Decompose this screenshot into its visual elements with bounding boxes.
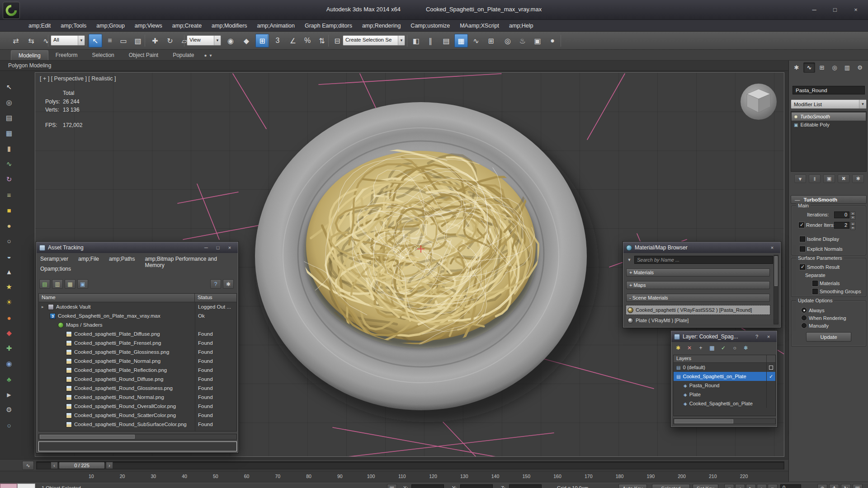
pyramid-icon[interactable]: ▲ — [2, 265, 16, 278]
ribbon-toggle-icon[interactable]: ▦ — [454, 34, 468, 47]
render-iters-spinner[interactable]: 2 — [834, 222, 849, 229]
asset-menu-opamp-tions[interactable]: Opamp;tions — [40, 266, 71, 272]
layer-hscroll-thumb[interactable] — [675, 419, 733, 423]
menu-amp-modifiers[interactable]: amp;Modifiers — [207, 20, 252, 32]
group-materials[interactable]: + Materials — [626, 268, 770, 277]
layer-row[interactable]: ◈Pasta_Round — [674, 381, 775, 390]
when-rendering-radio[interactable] — [802, 315, 807, 320]
set-key-button[interactable]: Set Key — [693, 484, 718, 488]
asset-menu-amp-file[interactable]: amp;File — [78, 256, 99, 268]
asset-table-view-icon[interactable]: ▤ — [39, 279, 50, 289]
keyboard-override-icon[interactable]: ⊞ — [255, 34, 269, 47]
cylinder-icon[interactable]: ▮ — [2, 142, 16, 155]
always-radio[interactable] — [802, 308, 807, 313]
group-maps[interactable]: + Maps — [626, 281, 770, 289]
layer-help-button[interactable]: ? — [751, 333, 762, 341]
paint-select-icon[interactable]: ◎ — [2, 96, 16, 109]
layer-row[interactable]: ▤0 (default) — [674, 363, 775, 372]
notes-icon[interactable]: ▤ — [2, 111, 16, 125]
percent-snap-icon[interactable]: % — [301, 34, 314, 47]
asset-row[interactable]: Cooked_spaghetti_Plate_Normal.pngFound — [39, 357, 236, 366]
gem-icon[interactable]: ◆ — [2, 326, 16, 340]
material-item[interactable]: Cooked_spaghetti ( VRayFastSSS2 ) [Pasta… — [626, 305, 770, 314]
configure-modifier-sets-icon[interactable]: ✱ — [852, 174, 864, 183]
update-button[interactable]: Update — [806, 332, 851, 342]
selection-filter-dropdown[interactable]: All▼ — [51, 35, 85, 46]
align-icon[interactable]: ∥ — [424, 34, 437, 47]
asset-columns-view-icon[interactable]: ▦ — [65, 279, 75, 289]
delete-layer-icon[interactable]: ✕ — [685, 344, 693, 352]
spinner-snap-icon[interactable]: ⇅ — [315, 34, 329, 47]
tree-expander-icon[interactable]: ▸ — [42, 305, 46, 309]
snaps-toggle-icon[interactable]: 3 — [271, 34, 284, 47]
menu-amp-edit[interactable]: amp;Edit — [24, 20, 56, 32]
tab-selection[interactable]: Selection — [85, 50, 121, 60]
object-name-field[interactable] — [793, 86, 865, 94]
asset-report-view-icon[interactable]: ▥ — [52, 279, 63, 289]
selected-set-dropdown[interactable]: Selected — [652, 484, 690, 488]
asset-menu-amp-paths[interactable]: amp;Paths — [109, 256, 135, 268]
y-coordinate-field[interactable] — [460, 484, 493, 488]
select-in-layer-icon[interactable]: ▦ — [708, 344, 716, 352]
material-browser-titlebar[interactable]: Material/Map Browser × — [623, 242, 780, 253]
hierarchy-tab[interactable]: ⊞ — [816, 62, 828, 73]
smoothing-groups-checkbox[interactable] — [812, 289, 818, 294]
layer-row[interactable]: ▤Cooked_Spaghetti_on_Plate✓ — [674, 372, 775, 381]
menu-graph-eamp-ditors[interactable]: Graph Eamp;ditors — [300, 20, 357, 32]
layers-column-header[interactable]: Layers — [674, 355, 766, 362]
ribbon-config-icon[interactable]: ● — [204, 53, 207, 58]
menu-maamp-xscript[interactable]: MAamp;XScript — [455, 20, 504, 32]
display-tab[interactable]: ▥ — [841, 62, 853, 73]
menu-amp-animation[interactable]: amp;Animation — [252, 20, 300, 32]
window-crossing-icon[interactable]: ▧ — [131, 34, 145, 47]
current-frame-field[interactable]: 0 — [780, 484, 801, 488]
menu-amp-group[interactable]: amp;Group — [91, 20, 130, 32]
unlink-selection-icon[interactable]: ⇆ — [24, 34, 38, 47]
select-tool-icon[interactable]: ↖ — [2, 80, 16, 94]
hide-layer-icon[interactable]: ○ — [731, 344, 739, 352]
max-logo-icon[interactable] — [3, 2, 20, 19]
asset-hscrollbar[interactable] — [38, 434, 237, 440]
grid-icon[interactable]: ▦ — [2, 127, 16, 140]
tab-object-paint[interactable]: Object Paint — [122, 50, 165, 60]
update-option-always[interactable]: Always — [789, 307, 868, 314]
asset-row[interactable]: Cooked_spaghetti_Round_OverallColor.pngF… — [39, 402, 236, 411]
orbit-icon[interactable]: ↻ — [841, 484, 851, 488]
asset-row[interactable]: Cooked_spaghetti_Round_Glossiness.pngFou… — [39, 384, 236, 393]
smooth-result-checkbox[interactable] — [800, 264, 805, 270]
play-arrow-icon[interactable]: ► — [2, 388, 16, 401]
select-object-icon[interactable]: ↖ — [89, 34, 102, 47]
zoom-icon[interactable]: ⊕ — [817, 484, 827, 488]
maxscript-mini-listener-white[interactable] — [17, 483, 35, 488]
asset-row[interactable]: ▸Autodesk VaultLogged Out ... — [39, 302, 236, 311]
orb-tool-icon[interactable]: ○ — [2, 418, 16, 432]
asset-row[interactable]: Cooked_spaghetti_Round_Diffuse.pngFound — [39, 375, 236, 384]
matbrowser-close-button[interactable]: × — [767, 244, 778, 252]
viewport-label[interactable]: [ + ] [ Perspective ] [ Realistic ] — [40, 75, 116, 82]
asset-row[interactable]: Cooked_spaghetti_Round_SubSurfaceColor.p… — [39, 420, 236, 429]
asset-minimize-button[interactable]: ─ — [201, 244, 212, 252]
modifier-turbosmooth[interactable]: TurboSmooth — [792, 113, 866, 121]
explicit-normals-checkbox[interactable] — [800, 246, 805, 252]
show-end-result-icon[interactable]: ‖ — [809, 174, 821, 183]
material-item[interactable]: Plate ( VRayMtl ) [Plate] — [626, 316, 770, 325]
modify-tab[interactable]: ∿ — [803, 62, 815, 73]
spiral-icon[interactable]: ↻ — [2, 173, 16, 186]
mini-curve-editor-button[interactable]: ∿ — [22, 461, 34, 470]
make-unique-icon[interactable]: ▣ — [823, 174, 835, 183]
circle-primitive-icon[interactable]: ○ — [2, 234, 16, 248]
current-layer-cell[interactable] — [766, 363, 775, 372]
remove-modifier-icon[interactable]: ✖ — [838, 174, 849, 183]
manually-radio[interactable] — [802, 323, 807, 328]
isoline-display-checkbox[interactable] — [800, 236, 805, 242]
selection-lock-icon[interactable]: ▣ — [387, 484, 397, 488]
go-to-start-icon[interactable]: « — [724, 484, 734, 488]
tab-modeling[interactable]: Modeling — [11, 50, 48, 60]
separate-materials-checkbox[interactable] — [812, 281, 818, 286]
create-tab[interactable]: ✱ — [791, 62, 802, 73]
modifier-editable-poly[interactable]: ▣Editable Poly — [792, 121, 866, 129]
helper-cross-icon[interactable]: ✚ — [2, 342, 16, 355]
menu-amp-create[interactable]: amp;Create — [167, 20, 207, 32]
play-icon[interactable]: ► — [746, 484, 756, 488]
material-search-input[interactable] — [634, 256, 773, 264]
